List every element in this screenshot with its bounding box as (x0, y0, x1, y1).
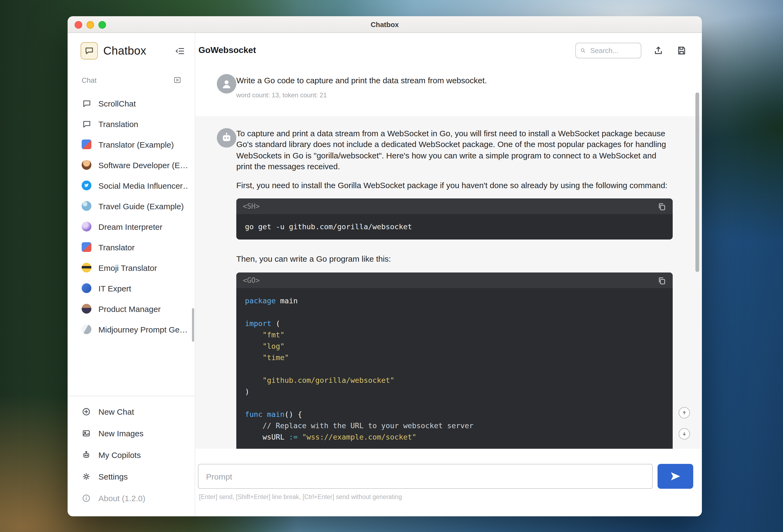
translator-icon (82, 139, 91, 149)
chat-item-label: ScrollChat (98, 99, 136, 108)
chat-list: ScrollChat Translation Translator (Examp… (68, 93, 195, 396)
search-icon (580, 47, 586, 54)
developer-emoji-icon (82, 160, 91, 170)
chat-item-label: Translator (Example) (98, 140, 174, 149)
sidebar-menu: New Chat New Images My Copilots Settings (68, 401, 195, 516)
app-logo-row: Chatbox (68, 33, 195, 60)
assistant-message: To capture and print a data stream from … (195, 116, 702, 449)
menu-item-label: New Images (98, 429, 144, 438)
sidebar-divider (68, 396, 195, 396)
menu-item-label: About (1.2.0) (98, 493, 145, 503)
sidebar-item-scrollchat[interactable]: ScrollChat (68, 93, 195, 114)
user-avatar (217, 74, 236, 94)
code-block-content: go get -u github.com/gorilla/websocket (236, 214, 673, 240)
chat-item-label: Social Media Influencer… (98, 181, 188, 190)
window-titlebar[interactable]: Chatbox (68, 16, 702, 33)
info-icon (82, 493, 91, 503)
send-button[interactable] (658, 464, 693, 489)
traffic-lights (74, 21, 106, 29)
copy-icon (657, 202, 666, 211)
export-button[interactable] (652, 44, 665, 57)
save-button[interactable] (676, 44, 688, 57)
chat-item-label: Midjourney Prompt Ge… (98, 325, 188, 334)
sidebar-item-new-images[interactable]: New Images (68, 422, 195, 444)
chat-item-label: Product Manager (98, 304, 161, 313)
zoom-window-button[interactable] (98, 21, 106, 29)
menu-item-label: New Chat (98, 407, 134, 416)
code-block-content: package main import ( "fmt" "log" "time"… (236, 288, 673, 449)
image-icon (82, 429, 91, 438)
sidebar-item-emoji-translator[interactable]: Emoji Translator (68, 257, 195, 278)
chat-item-label: IT Expert (98, 284, 131, 293)
sidebar-item-about[interactable]: About (1.2.0) (68, 487, 195, 509)
sidebar-item-translator[interactable]: Translator (68, 237, 195, 257)
assistant-paragraph: To capture and print a data stream from … (236, 128, 673, 172)
sidebar-item-social-media-influencer[interactable]: Social Media Influencer… (68, 175, 195, 196)
translator-icon (82, 242, 91, 252)
main-header: GoWebsocket (195, 33, 702, 68)
app-logo-icon (81, 42, 98, 60)
window-body: Chatbox Chat ScrollChat (68, 33, 702, 516)
messages-scrollbar-thumb[interactable] (695, 92, 699, 272)
collapse-sidebar-button[interactable] (174, 44, 186, 57)
sidebar-item-product-manager[interactable]: Product Manager (68, 299, 195, 319)
composer: [Enter] send, [Shift+Enter] line break, … (195, 449, 702, 516)
save-icon (677, 45, 687, 55)
chat-bubble-icon (82, 119, 91, 129)
scroll-to-top-button[interactable] (679, 407, 690, 418)
sidebar-item-my-copilots[interactable]: My Copilots (68, 444, 195, 466)
scroll-to-bottom-button[interactable] (679, 428, 690, 440)
globe-icon (82, 201, 91, 211)
sidebar-item-it-expert[interactable]: IT Expert (68, 278, 195, 299)
chat-item-label: Translator (98, 243, 135, 252)
conversation-title: GoWebsocket (198, 45, 256, 55)
copy-code-button[interactable] (656, 201, 667, 213)
chat-item-label: Translation (98, 119, 138, 128)
gear-icon (82, 472, 91, 481)
send-icon (669, 470, 681, 482)
sidebar-item-translator-example[interactable]: Translator (Example) (68, 134, 195, 155)
sidebar-item-travel-guide[interactable]: Travel Guide (Example) (68, 196, 195, 216)
crystal-ball-icon (82, 222, 91, 231)
assistant-paragraph: Then, you can write a Go program like th… (236, 254, 673, 264)
chat-item-label: Dream Interpreter (98, 222, 162, 231)
search-input[interactable] (589, 46, 636, 55)
arrow-up-icon (681, 409, 688, 416)
sidebar-item-new-chat[interactable]: New Chat (68, 401, 195, 422)
sidebar-item-midjourney-prompt[interactable]: Midjourney Prompt Ge… (68, 319, 195, 340)
sidebar-item-dream-interpreter[interactable]: Dream Interpreter (68, 216, 195, 237)
sidebar-item-software-developer[interactable]: Software Developer (E… (68, 155, 195, 175)
sidebar-scrollbar-thumb[interactable] (192, 308, 194, 342)
code-block-shell: <SH> go get -u github.com/gorilla/websoc… (236, 198, 673, 240)
window-title: Chatbox (371, 20, 399, 28)
clear-conversations-icon (173, 76, 182, 84)
composer-hint: [Enter] send, [Shift+Enter] line break, … (199, 494, 693, 500)
export-icon (653, 45, 663, 55)
copy-icon (657, 276, 666, 285)
person-icon (221, 78, 232, 90)
copy-code-button[interactable] (656, 275, 667, 286)
close-window-button[interactable] (74, 21, 82, 29)
clear-conversations-button[interactable] (172, 74, 183, 86)
chatbox-window: Chatbox Chatbox Chat (68, 16, 702, 516)
chat-item-label: Travel Guide (Example) (98, 201, 184, 211)
code-block-header: <SH> (236, 198, 673, 214)
chat-section-label: Chat (82, 76, 96, 84)
code-language-label: <SH> (243, 202, 260, 210)
code-language-label: <GO> (243, 276, 260, 284)
user-message-meta: word count: 13, token count: 21 (236, 91, 673, 99)
it-badge-icon (82, 283, 91, 293)
sidebar-item-translation[interactable]: Translation (68, 114, 195, 134)
menu-item-label: My Copilots (98, 450, 141, 459)
minimize-window-button[interactable] (87, 21, 94, 29)
sidebar: Chatbox Chat ScrollChat (68, 33, 195, 516)
menu-item-label: Settings (98, 472, 128, 481)
sidebar-item-settings[interactable]: Settings (68, 466, 195, 487)
person-emoji-icon (82, 304, 91, 314)
chat-item-label: Emoji Translator (98, 263, 157, 272)
search-box[interactable] (575, 42, 641, 58)
twitter-logo-icon (82, 181, 91, 190)
user-message: Write a Go code to capture and print the… (195, 68, 702, 116)
prompt-input[interactable] (198, 464, 653, 489)
sail-icon (82, 324, 91, 334)
